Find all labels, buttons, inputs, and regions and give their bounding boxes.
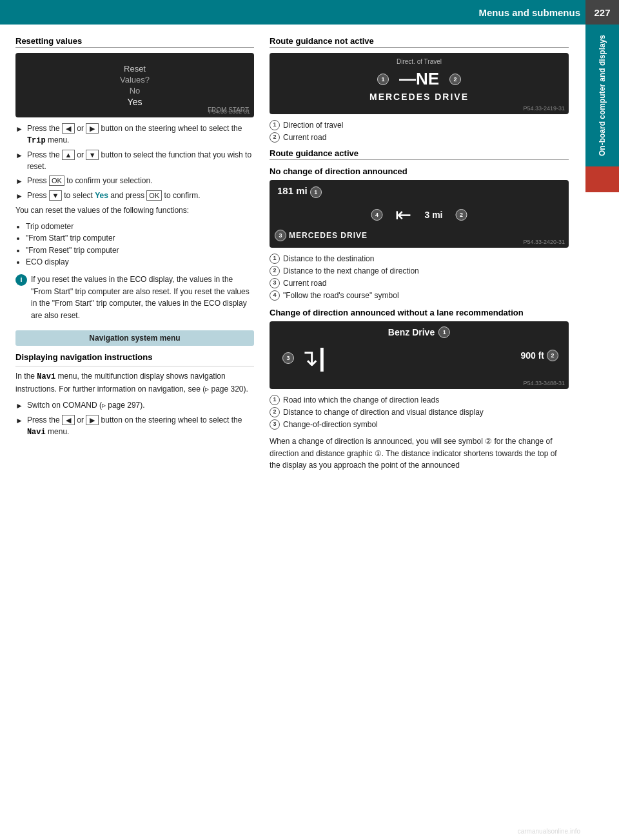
navi-instruction-2: ► Press the ◀ or ▶ button on the steerin… [15,414,254,438]
watermark: carmanualsonline.info [518,828,580,835]
reset-screen-line2: Values? [120,75,150,85]
btn-down-2[interactable]: ▼ [49,190,62,201]
list-item-3: "From Reset" trip computer [26,245,254,257]
btn-ok-1[interactable]: OK [49,175,64,186]
reset-body: You can reset the values of the followin… [15,205,254,217]
dir-circle-2: 2 [449,74,461,85]
btn-left[interactable]: ◀ [62,123,75,134]
divider-1 [15,366,254,366]
header-title: Menus and submenus [478,7,580,18]
benz-num-list: 1 Road into which the change of directio… [270,394,569,430]
btn-down[interactable]: ▼ [86,150,99,160]
list-item-1: Trip odometer [26,221,254,233]
benz-item-1: 1 Road into which the change of directio… [270,394,569,406]
page-number: 227 [585,0,619,25]
dir-item-1: 1 Direction of travel [270,119,569,131]
no-change-subheading: No change of direction announced [270,166,569,176]
benz-item-3: 3 Change-of-direction symbol [270,419,569,430]
route-circle-3: 3 [275,230,286,241]
route-item-3: 3 Current road [270,277,569,289]
benz-dist-text: 900 ft [520,350,544,361]
arrow-icon-2: ► [15,150,23,172]
route-item-4: 4 "Follow the road's course" symbol [270,290,569,301]
displaying-body: In the Navi menu, the multifunction disp… [15,370,254,395]
route-item-2: 2 Distance to the next change of directi… [270,265,569,277]
arrow-icon-5: ► [15,400,23,412]
benz-bar: | [319,344,326,372]
route-circle-4: 4 [371,209,382,221]
route-circle-2: 2 [456,209,467,221]
left-column: Resetting values Reset Values? No Yes FR… [15,36,254,475]
ne-text: —NE [399,69,439,89]
navi-instruction-1: ► Switch on COMAND (▹ page 297). [15,399,254,412]
arrow-icon-4: ► [15,190,23,202]
turn-arrow: ⇤ [395,203,411,226]
dir-circle-1: 1 [377,74,389,85]
dir-num-list: 1 Direction of travel 2 Current road [270,119,569,143]
header-bar: Menus and submenus [0,0,619,25]
instruction-3: ► Press OK to confirm your selection. [15,175,254,187]
direction-screen: Direct. of Travel 1 —NE 2 MERCEDES DRIVE… [270,53,569,114]
route-middle: 4 ⇤ 3 mi 2 [371,203,467,226]
arrow-icon-6: ► [15,415,23,438]
change-announced-subheading: Change of direction announced without a … [270,308,569,317]
dir-item-2: 2 Current road [270,132,569,143]
list-item-2: "From Start" trip computer [26,232,254,245]
direction-row: 1 —NE 2 [270,69,569,89]
dist-3mi: 3 mi [424,210,442,220]
arrow-icon-3: ► [15,175,23,187]
instruction-4: ► Press ▼ to select Yes and press OK to … [15,190,254,202]
route-active-screen: 181 mi 1 4 ⇤ 3 mi 2 3 MERCEDES DRIVE P54… [270,180,569,248]
list-item-4: ECO display [26,256,254,268]
info-icon: i [15,274,27,286]
side-tab: On-board computer and displays [585,25,619,166]
displaying-heading: Displaying navigation instructions [15,352,254,362]
reset-screen-line4: Yes [128,97,142,107]
btn-right[interactable]: ▶ [86,123,99,134]
benz-circle-3: 3 [282,352,294,364]
btn-right-2[interactable]: ▶ [86,415,99,425]
dir-ps: P54.33-2419-31 [523,105,565,112]
reset-list: Trip odometer "From Start" trip computer… [26,221,254,268]
benz-circle-2: 2 [547,350,558,361]
route-bottom: 3 MERCEDES DRIVE [275,230,368,241]
mercedes-drive-text: MERCEDES DRIVE [270,92,569,102]
side-tab-marker [585,166,619,192]
benz-dist: 900 ft 2 [520,350,558,361]
benz-screen: Benz Drive 1 3 ↴ | 900 ft 2 P54.33-3488-… [270,321,569,389]
arrow-icon-1: ► [15,123,23,146]
instruction-2: ► Press the ▲ or ▼ button to select the … [15,149,254,172]
btn-left-2[interactable]: ◀ [62,415,75,425]
benz-top: Benz Drive 1 [388,326,450,338]
benz-item-2: 2 Distance to change of direction and vi… [270,406,569,418]
route-item-1: 1 Distance to the destination [270,253,569,265]
direct-label: Direct. of Travel [270,58,569,65]
dist-181: 181 mi 1 [277,185,322,198]
reset-screen-line1: Reset [124,64,146,74]
route-num-list: 1 Distance to the destination 2 Distance… [270,253,569,301]
body-text: When a change of direction is announced,… [270,435,569,472]
reset-screen-ps: P54.33-2602-31 [208,108,250,115]
benz-middle: 3 ↴ | [282,344,326,372]
benz-ps: P54.33-3488-31 [523,380,565,386]
right-column: Route guidance not active Direct. of Tra… [270,36,569,475]
reset-screen-line3: No [130,86,141,95]
route-active-heading: Route guidance active [270,148,569,160]
benz-turn-arrow: ↴ [299,345,319,372]
reset-screen: Reset Values? No Yes FROM START P54.33-2… [15,53,254,117]
info-box: i If you reset the values in the ECO dis… [15,274,254,321]
benz-circle-1: 1 [438,326,450,338]
btn-ok-2[interactable]: OK [146,190,162,201]
route-road: MERCEDES DRIVE [289,231,368,240]
route-not-active-heading: Route guidance not active [270,36,569,48]
nav-banner: Navigation system menu [15,330,254,346]
route-ps: P54.33-2420-31 [523,239,565,245]
resetting-values-heading: Resetting values [15,36,254,48]
instruction-1: ► Press the ◀ or ▶ button on the steerin… [15,123,254,146]
info-text: If you reset the values in the ECO displ… [31,274,254,321]
btn-up[interactable]: ▲ [62,150,75,160]
